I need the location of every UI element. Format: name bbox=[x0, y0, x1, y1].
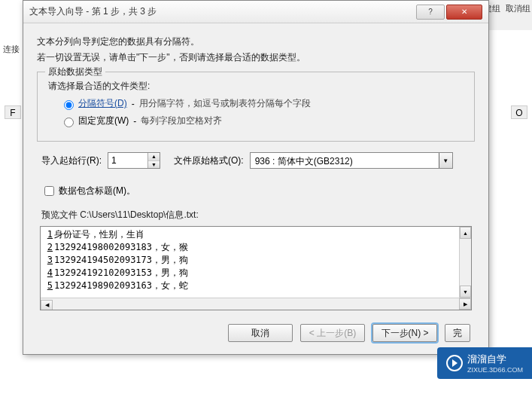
scroll-up-icon[interactable]: ▲ bbox=[460, 227, 471, 239]
watermark-main: 溜溜自学 bbox=[467, 353, 523, 366]
original-data-type-fieldset: 原始数据类型 请选择最合适的文件类型: 分隔符号(D) - 用分隔字符，如逗号或… bbox=[37, 72, 475, 142]
preview-line: 4132924192102093153，男，狗 bbox=[44, 267, 468, 279]
dialog-button-row: 取消 < 上一步(B) 下一步(N) > 完 bbox=[37, 324, 470, 342]
close-button[interactable]: ✕ bbox=[446, 5, 482, 20]
side-link-label: 连接 bbox=[3, 44, 20, 55]
preview-file-path: C:\Users\11\Desktop\信息.txt: bbox=[80, 209, 198, 220]
has-header-label: 数据包含标题(M)。 bbox=[59, 185, 135, 197]
scroll-left-icon[interactable]: ◀ bbox=[41, 300, 53, 311]
start-row-label: 导入起始行(R): bbox=[41, 154, 102, 167]
description-line-1: 文本分列向导判定您的数据具有分隔符。 bbox=[37, 35, 475, 48]
radio-fixed-label: 固定宽度(W) bbox=[78, 115, 129, 127]
radio-delimited[interactable] bbox=[64, 100, 74, 110]
file-origin-label: 文件原始格式(O): bbox=[174, 154, 244, 167]
dropdown-arrow-icon[interactable]: ▼ bbox=[439, 153, 452, 168]
preview-line: 5132924198902093163，女，蛇 bbox=[44, 279, 468, 292]
file-origin-dropdown[interactable]: 936 : 简体中文(GB2312) ▼ bbox=[250, 152, 453, 169]
preview-content: 1身份证号，性别，生肖 2132924198002093183，女，猴 3132… bbox=[41, 227, 471, 294]
column-header-o: O bbox=[511, 105, 527, 119]
preview-box: 1身份证号，性别，生肖 2132924198002093183，女，猴 3132… bbox=[40, 226, 472, 310]
radio-delimited-desc: 用分隔字符，如逗号或制表符分隔每个字段 bbox=[139, 97, 311, 110]
preview-line: 3132924194502093173，男，狗 bbox=[44, 254, 468, 267]
spinner-arrows[interactable]: ▲ ▼ bbox=[147, 153, 160, 168]
preview-scrollbar-vertical[interactable]: ▲ ▼ bbox=[459, 227, 471, 298]
dialog-body: 文本分列向导判定您的数据具有分隔符。 若一切设置无误，请单击"下一步"，否则请选… bbox=[23, 23, 488, 354]
radio-delimited-row[interactable]: 分隔符号(D) - 用分隔字符，如逗号或制表符分隔每个字段 bbox=[60, 97, 464, 110]
cancel-button[interactable]: 取消 bbox=[228, 324, 293, 342]
has-header-checkbox[interactable] bbox=[44, 186, 54, 196]
text-import-wizard-dialog: 文本导入向导 - 第 1 步，共 3 步 ? ✕ 文本分列向导判定您的数据具有分… bbox=[23, 0, 489, 355]
spinner-down-icon[interactable]: ▼ bbox=[148, 161, 160, 169]
scroll-right-icon[interactable]: ▶ bbox=[459, 298, 471, 310]
watermark-sub: ZIXUE.3D66.COM bbox=[467, 366, 523, 374]
finish-button-partial[interactable]: 完 bbox=[445, 324, 470, 342]
preview-scrollbar-horizontal[interactable]: ◀ ▶ bbox=[41, 298, 471, 310]
radio-fixed-desc: 每列字段加空格对齐 bbox=[141, 115, 222, 127]
fieldset-legend: 原始数据类型 bbox=[45, 66, 105, 78]
file-origin-value: 936 : 简体中文(GB2312) bbox=[251, 153, 439, 168]
has-header-row[interactable]: 数据包含标题(M)。 bbox=[41, 184, 475, 198]
next-button[interactable]: 下一步(N) > bbox=[372, 324, 437, 342]
start-row-input[interactable] bbox=[108, 153, 147, 168]
scroll-down-icon[interactable]: ▼ bbox=[460, 286, 471, 298]
preview-line: 1身份证号，性别，生肖 bbox=[44, 228, 468, 241]
import-start-row: 导入起始行(R): ▲ ▼ 文件原始格式(O): 936 : 简体中文(GB23… bbox=[41, 152, 475, 169]
filetype-label: 请选择最合适的文件类型: bbox=[48, 80, 464, 93]
excel-side-fragment: 连接 bbox=[0, 0, 23, 394]
preview-label: 预览文件 C:\Users\11\Desktop\信息.txt: bbox=[41, 209, 475, 221]
description-line-2: 若一切设置无误，请单击"下一步"，否则请选择最合适的数据类型。 bbox=[37, 51, 475, 64]
help-button[interactable]: ? bbox=[416, 5, 445, 20]
ribbon-ungroup: 取消组 bbox=[506, 3, 530, 14]
spinner-up-icon[interactable]: ▲ bbox=[148, 153, 160, 161]
watermark-badge: 溜溜自学 ZIXUE.3D66.COM bbox=[437, 347, 532, 379]
play-icon bbox=[446, 355, 463, 371]
radio-fixed-row[interactable]: 固定宽度(W) - 每列字段加空格对齐 bbox=[60, 115, 464, 127]
back-button: < 上一步(B) bbox=[300, 324, 365, 342]
preview-line: 2132924198002093183，女，猴 bbox=[44, 241, 468, 254]
start-row-spinner[interactable]: ▲ ▼ bbox=[108, 152, 160, 169]
dialog-title: 文本导入向导 - 第 1 步，共 3 步 bbox=[29, 5, 415, 18]
radio-delimited-label: 分隔符号(D) bbox=[78, 97, 127, 110]
dialog-titlebar: 文本导入向导 - 第 1 步，共 3 步 ? ✕ bbox=[23, 1, 488, 23]
radio-fixed-width[interactable] bbox=[64, 118, 74, 127]
column-header-f: F bbox=[5, 105, 21, 119]
close-icon: ✕ bbox=[461, 8, 467, 16]
